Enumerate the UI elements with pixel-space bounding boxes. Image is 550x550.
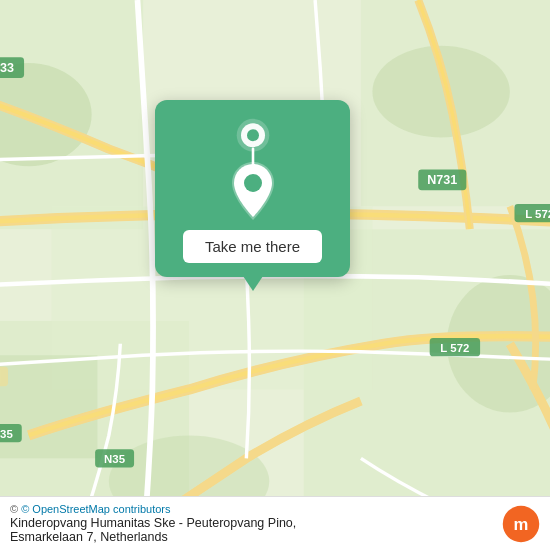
svg-text:N35: N35 <box>104 453 126 465</box>
svg-text:N731: N731 <box>427 173 457 187</box>
osm-attribution: © © OpenStreetMap contributors <box>10 503 492 515</box>
map-container: N733 N731 ING RING N35 N35 N35 L 572 L 5… <box>0 0 550 550</box>
svg-text:N733: N733 <box>0 61 14 75</box>
svg-text:L 572: L 572 <box>440 342 469 354</box>
svg-text:m: m <box>514 515 529 534</box>
address-line2: Esmarkelaan 7, Netherlands <box>10 530 168 544</box>
footer-info: © © OpenStreetMap contributors Kinderopv… <box>10 503 492 544</box>
take-me-there-button[interactable]: Take me there <box>183 230 322 263</box>
svg-text:N35: N35 <box>0 428 13 440</box>
svg-rect-17 <box>0 367 8 386</box>
location-pin-icon <box>229 118 277 166</box>
address-line1: Kinderopvang Humanitas Ske - Peuteropvan… <box>10 516 296 530</box>
svg-rect-9 <box>0 355 97 458</box>
svg-point-35 <box>244 174 262 192</box>
footer: © © OpenStreetMap contributors Kinderopv… <box>0 496 550 550</box>
moovit-logo: m <box>502 505 540 543</box>
svg-text:L 572: L 572 <box>525 208 550 220</box>
osm-link[interactable]: © OpenStreetMap contributors <box>21 503 170 515</box>
location-pin-icon <box>228 162 278 220</box>
osm-icon: © <box>10 503 18 515</box>
footer-address: Kinderopvang Humanitas Ske - Peuteropvan… <box>10 516 492 544</box>
moovit-logo-icon: m <box>502 505 540 543</box>
popup-card: Take me there <box>155 100 350 277</box>
svg-point-34 <box>247 129 259 141</box>
